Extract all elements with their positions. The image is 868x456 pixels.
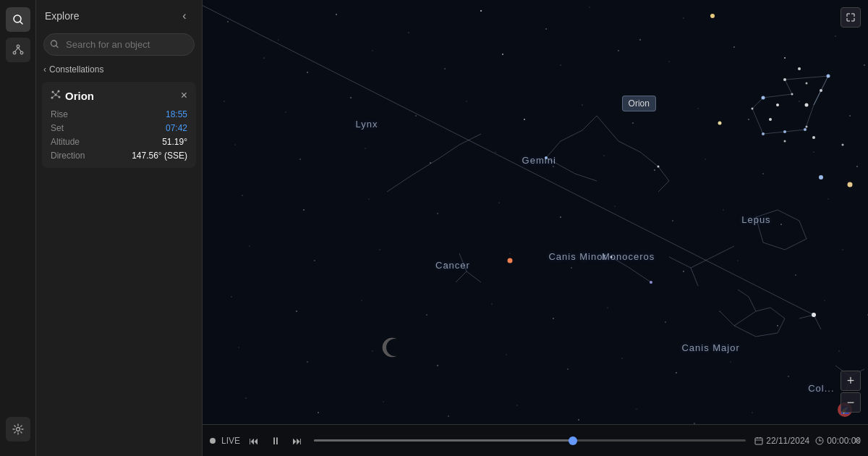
sidebar-collapse-btn[interactable]: ‹	[176, 7, 193, 25]
svg-line-184	[763, 242, 785, 250]
svg-line-158	[814, 90, 821, 105]
svg-point-66	[303, 209, 305, 211]
svg-point-4	[20, 51, 23, 54]
svg-line-17	[52, 95, 56, 98]
svg-point-52	[849, 115, 850, 116]
search-input[interactable]	[43, 33, 195, 56]
moon	[382, 337, 402, 360]
svg-point-119	[637, 409, 637, 410]
fast-forward-btn[interactable]: ⏭	[289, 434, 305, 448]
direction-value: 147.56° (SSE)	[132, 151, 187, 161]
rise-label: Rise	[51, 109, 68, 119]
svg-point-107	[621, 358, 622, 358]
svg-point-3	[13, 51, 16, 54]
svg-point-47	[582, 104, 582, 105]
svg-line-178	[438, 145, 459, 159]
svg-point-20	[278, 40, 279, 41]
svg-point-101	[239, 347, 239, 348]
set-value: 07:42	[166, 123, 187, 133]
svg-point-104	[437, 365, 438, 366]
svg-point-134	[769, 118, 772, 121]
sidebar: Explore ‹ ‹ Constellations	[36, 0, 203, 456]
detail-row-direction: Direction 147.56° (SSE)	[51, 151, 187, 161]
svg-point-68	[437, 213, 438, 214]
lepus-label: Lepus	[741, 214, 770, 225]
object-close-btn[interactable]: ×	[181, 89, 187, 102]
svg-point-114	[318, 412, 319, 413]
svg-point-96	[665, 321, 665, 322]
zoom-controls: + −	[841, 371, 861, 413]
object-name: Orion	[65, 90, 94, 102]
svg-point-57	[495, 152, 496, 153]
search-icon-btn[interactable]	[6, 7, 30, 32]
object-details: Rise 18:55 Set 07:42 Altitude 51.19° Dir…	[51, 109, 187, 161]
svg-point-46	[524, 119, 525, 120]
svg-line-5	[14, 48, 18, 52]
svg-point-102	[307, 361, 307, 362]
svg-line-172	[712, 246, 734, 257]
pause-btn[interactable]: ⏸	[268, 434, 284, 448]
object-name-row: Orion	[51, 90, 94, 102]
svg-line-168	[658, 166, 669, 181]
zoom-in-btn[interactable]: +	[841, 371, 861, 391]
svg-point-71	[615, 206, 616, 207]
svg-point-142	[752, 108, 754, 110]
rise-value: 18:55	[166, 109, 187, 119]
svg-line-199	[799, 315, 814, 318]
svg-point-7	[16, 428, 20, 431]
columba-partial-label: Col...	[808, 383, 834, 394]
direction-label: Direction	[51, 151, 85, 161]
svg-point-48	[632, 122, 633, 123]
cancer-label: Cancer	[435, 260, 470, 271]
orion-tooltip: Orion	[622, 96, 656, 111]
svg-point-19	[227, 21, 228, 22]
altitude-label: Altitude	[51, 137, 80, 147]
svg-line-198	[203, 0, 814, 315]
zoom-out-btn[interactable]: −	[841, 392, 861, 413]
svg-point-116	[448, 415, 448, 416]
timeline-date: 22/11/2024	[754, 436, 809, 446]
svg-line-189	[720, 311, 734, 326]
sidebar-title: Explore	[45, 10, 79, 22]
svg-point-106	[567, 368, 568, 369]
svg-point-44	[415, 115, 416, 116]
svg-point-63	[813, 151, 814, 152]
settings-icon-btn[interactable]	[6, 417, 30, 442]
svg-line-167	[597, 116, 618, 141]
lynx-label: Lynx	[356, 119, 378, 130]
timeline-close-btn[interactable]: ×	[854, 434, 861, 447]
svg-point-59	[603, 155, 604, 156]
star-map[interactable]: Lynx Gemini Canis Minor Monoceros Lepus …	[203, 0, 868, 456]
svg-point-32	[444, 68, 445, 69]
monoceros-label: Monoceros	[602, 251, 655, 262]
rewind-btn[interactable]: ⏮	[246, 434, 262, 448]
svg-point-129	[819, 175, 823, 180]
svg-point-109	[731, 362, 731, 363]
svg-line-174	[611, 257, 629, 268]
svg-point-80	[444, 263, 446, 265]
breadcrumb-back-btn[interactable]: ‹	[43, 64, 46, 75]
timeline-thumb[interactable]	[569, 436, 577, 445]
svg-point-117	[516, 405, 517, 405]
svg-point-108	[676, 372, 677, 373]
timeline-scrubber[interactable]	[314, 439, 746, 442]
svg-line-152	[763, 94, 792, 98]
svg-point-135	[806, 126, 808, 128]
svg-line-16	[56, 91, 59, 95]
date-value: 22/11/2024	[766, 436, 809, 446]
svg-point-35	[618, 50, 618, 51]
breadcrumb: ‹ Constellations	[36, 60, 202, 79]
svg-point-139	[805, 104, 809, 107]
svg-line-171	[691, 257, 712, 268]
svg-line-196	[749, 297, 756, 311]
svg-point-24	[545, 28, 546, 29]
svg-line-154	[752, 109, 763, 134]
svg-point-141	[776, 104, 779, 106]
svg-point-99	[825, 300, 825, 301]
svg-point-83	[625, 256, 626, 257]
share-icon-btn[interactable]	[6, 38, 30, 62]
svg-point-138	[842, 144, 844, 146]
svg-point-85	[738, 261, 739, 261]
expand-btn[interactable]	[841, 7, 861, 28]
svg-point-140	[762, 96, 765, 100]
